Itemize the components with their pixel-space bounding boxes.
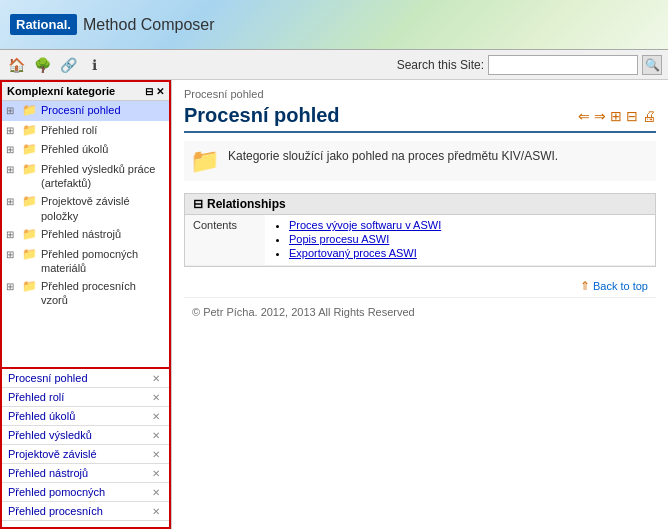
bottom-close-icon[interactable]: ✕ — [149, 392, 163, 403]
folder-icon: 📁 — [22, 142, 38, 158]
search-label: Search this Site: — [397, 58, 484, 72]
sidebar-item-prehled-ukolu[interactable]: ⊞ 📁 Přehled úkolů — [2, 140, 169, 160]
search-icon: 🔍 — [645, 58, 660, 72]
collapse-icon[interactable]: ⊟ — [193, 197, 203, 211]
bottom-item-label: Procesní pohled — [8, 372, 88, 384]
relationships-section: ⊟ Relationships Contents Proces vývoje s… — [184, 193, 656, 267]
expand-icon: ⊞ — [6, 104, 20, 117]
table-row: Contents Proces vývoje softwaru v ASWI P… — [185, 215, 655, 266]
sidebar-item-label: Přehled úkolů — [41, 142, 165, 156]
main-layout: Komplexní kategorie ⊟ ✕ ⊞ 📁 Procesní poh… — [0, 80, 668, 529]
bottom-item-label: Přehled procesních — [8, 505, 103, 517]
expand-icon: ⊞ — [6, 280, 20, 293]
sidebar-item-prehled-pomocnych[interactable]: ⊞ 📁 Přehled pomocných materiálů — [2, 245, 169, 278]
expand-icon: ⊞ — [6, 228, 20, 241]
folder-icon: 📁 — [22, 194, 38, 210]
sidebar-item-label: Přehled procesních vzorů — [41, 279, 165, 308]
bottom-item-label: Přehled rolí — [8, 391, 64, 403]
bottom-item-nastroju[interactable]: Přehled nástrojů ✕ — [2, 464, 169, 483]
expand-icon: ⊞ — [6, 163, 20, 176]
link-exportovany[interactable]: Exportovaný proces ASWI — [289, 247, 647, 259]
up-arrow-icon: ⇑ — [580, 279, 590, 293]
home-icon[interactable]: 🏠 — [6, 55, 26, 75]
bottom-item-label: Přehled úkolů — [8, 410, 75, 422]
relationships-label: Relationships — [207, 197, 286, 211]
bottom-close-icon[interactable]: ✕ — [149, 487, 163, 498]
relationships-header: ⊟ Relationships — [185, 194, 655, 215]
sidebar-close-icon[interactable]: ✕ — [156, 86, 164, 97]
back-to-top-row: ⇑ Back to top — [184, 275, 656, 297]
bottom-close-icon[interactable]: ✕ — [149, 411, 163, 422]
sidebar-bottom-panel: Procesní pohled ✕ Přehled rolí ✕ Přehled… — [0, 369, 171, 529]
expand-icon: ⊞ — [6, 143, 20, 156]
content-area: Procesní pohled Procesní pohled ⇐ ⇒ ⊞ ⊟ … — [172, 80, 668, 529]
print-icon[interactable]: 🖨 — [642, 108, 656, 124]
collapse-all-icon[interactable]: ⊟ — [626, 108, 638, 124]
bottom-item-label: Projektově závislé — [8, 448, 97, 460]
sidebar-item-prehled-roli[interactable]: ⊞ 📁 Přehled rolí — [2, 121, 169, 141]
search-button[interactable]: 🔍 — [642, 55, 662, 75]
contents-label: Contents — [185, 215, 265, 266]
search-area: Search this Site: 🔍 — [397, 55, 662, 75]
sidebar-item-prehled-vysledku[interactable]: ⊞ 📁 Přehled výsledků práce (artefaktů) — [2, 160, 169, 193]
page-title: Procesní pohled — [184, 104, 340, 127]
bottom-item-procesni[interactable]: Procesní pohled ✕ — [2, 369, 169, 388]
title-icons: ⇐ ⇒ ⊞ ⊟ 🖨 — [578, 108, 656, 124]
bottom-item-label: Přehled výsledků — [8, 429, 92, 441]
folder-big-icon: 📁 — [190, 147, 220, 175]
link-list: Proces vývoje softwaru v ASWI Popis proc… — [273, 219, 647, 259]
sidebar-item-projektove[interactable]: ⊞ 📁 Projektově závislé položky — [2, 192, 169, 225]
folder-icon: 📁 — [22, 103, 38, 119]
bottom-close-icon[interactable]: ✕ — [149, 430, 163, 441]
link-popis-procesu[interactable]: Popis procesu ASWI — [289, 233, 647, 245]
sidebar-item-prehled-procesnich[interactable]: ⊞ 📁 Přehled procesních vzorů — [2, 277, 169, 310]
bottom-close-icon[interactable]: ✕ — [149, 506, 163, 517]
folder-icon: 📁 — [22, 123, 38, 139]
bottom-item-label: Přehled pomocných — [8, 486, 105, 498]
bottom-item-label: Přehled nástrojů — [8, 467, 88, 479]
filter-icon[interactable]: 🔗 — [58, 55, 78, 75]
sidebar-item-label: Přehled výsledků práce (artefaktů) — [41, 162, 165, 191]
expand-icon: ⊞ — [6, 124, 20, 137]
sidebar-item-label: Přehled pomocných materiálů — [41, 247, 165, 276]
folder-icon: 📁 — [22, 227, 38, 243]
info-icon[interactable]: ℹ — [84, 55, 104, 75]
link-proces-vyvoje[interactable]: Proces vývoje softwaru v ASWI — [289, 219, 647, 231]
footer: © Petr Pícha. 2012, 2013 All Rights Rese… — [184, 297, 656, 326]
sidebar: Komplexní kategorie ⊟ ✕ ⊞ 📁 Procesní poh… — [0, 80, 172, 529]
tree-icon[interactable]: 🌳 — [32, 55, 52, 75]
app-title: Method Composer — [83, 16, 215, 34]
logo-area: Rational. Method Composer — [10, 14, 215, 35]
bottom-item-roli[interactable]: Přehled rolí ✕ — [2, 388, 169, 407]
sidebar-collapse-icon[interactable]: ⊟ — [145, 86, 153, 97]
expand-icon: ⊞ — [6, 248, 20, 261]
logo: Rational. — [10, 14, 77, 35]
back-to-top-link[interactable]: ⇑ Back to top — [580, 279, 648, 293]
sidebar-category-label: Komplexní kategorie — [7, 85, 115, 97]
list-item: Proces vývoje softwaru v ASWI — [289, 219, 647, 231]
bottom-close-icon[interactable]: ✕ — [149, 468, 163, 479]
nav-forward-icon[interactable]: ⇒ — [594, 108, 606, 124]
expand-all-icon[interactable]: ⊞ — [610, 108, 622, 124]
sidebar-item-label: Procesní pohled — [41, 103, 165, 117]
bottom-close-icon[interactable]: ✕ — [149, 373, 163, 384]
list-item: Exportovaný proces ASWI — [289, 247, 647, 259]
bottom-item-pomocnych[interactable]: Přehled pomocných ✕ — [2, 483, 169, 502]
breadcrumb: Procesní pohled — [184, 88, 656, 100]
folder-icon: 📁 — [22, 279, 38, 295]
bottom-close-icon[interactable]: ✕ — [149, 449, 163, 460]
folder-icon: 📁 — [22, 162, 38, 178]
bottom-item-projektove[interactable]: Projektově závislé ✕ — [2, 445, 169, 464]
folder-icon: 📁 — [22, 247, 38, 263]
bottom-item-procesnich[interactable]: Přehled procesních ✕ — [2, 502, 169, 521]
search-input[interactable] — [488, 55, 638, 75]
sidebar-item-procesni-pohled[interactable]: ⊞ 📁 Procesní pohled — [2, 101, 169, 121]
page-title-row: Procesní pohled ⇐ ⇒ ⊞ ⊟ 🖨 — [184, 104, 656, 133]
contents-links: Proces vývoje softwaru v ASWI Popis proc… — [265, 215, 655, 266]
bottom-item-ukolu[interactable]: Přehled úkolů ✕ — [2, 407, 169, 426]
sidebar-item-prehled-nastroju[interactable]: ⊞ 📁 Přehled nástrojů — [2, 225, 169, 245]
nav-back-icon[interactable]: ⇐ — [578, 108, 590, 124]
bottom-item-vysledku[interactable]: Přehled výsledků ✕ — [2, 426, 169, 445]
toolbar: 🏠 🌳 🔗 ℹ Search this Site: 🔍 — [0, 50, 668, 80]
header: Rational. Method Composer — [0, 0, 668, 50]
